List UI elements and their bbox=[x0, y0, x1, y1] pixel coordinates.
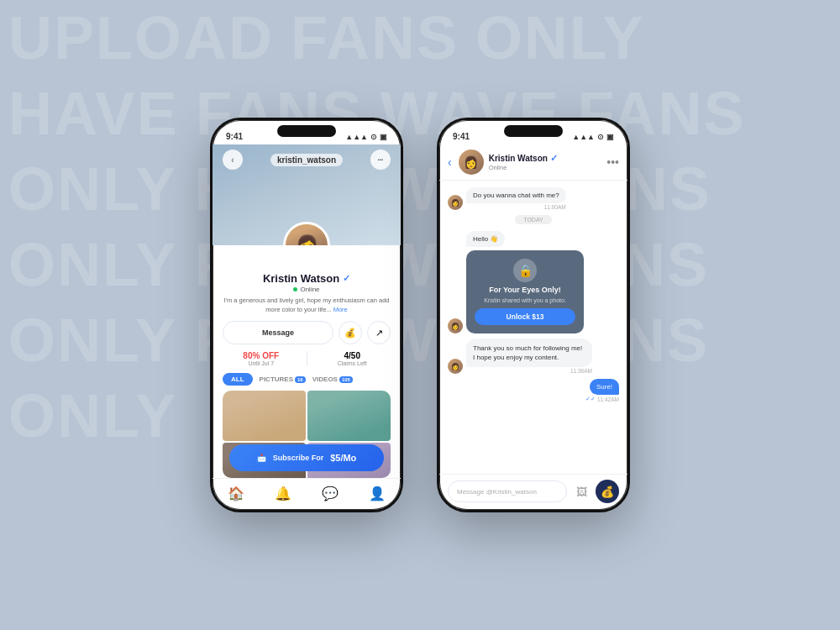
online-label: Online bbox=[300, 286, 319, 293]
chat-back-button[interactable]: ‹ bbox=[448, 155, 452, 169]
tip-icon: 💰 bbox=[344, 328, 356, 339]
bottom-nav-notifications[interactable]: 🔔 bbox=[275, 486, 291, 501]
phone1-frame: 9:41 ▲▲▲ ⊙ ▣ ‹ kristin_watson ••• 👩 bbox=[210, 118, 403, 512]
msg-group-3: Thank you so much for following me! I ho… bbox=[466, 339, 592, 374]
profile-action-row: Message 💰 ↗ bbox=[223, 321, 391, 344]
discount-sub: Until Jul 7 bbox=[223, 360, 300, 366]
phone1-cover: ‹ kristin_watson ••• 👩 bbox=[213, 144, 401, 245]
bottom-nav-messages[interactable]: 💬 bbox=[322, 486, 339, 501]
phone1-back-button[interactable]: ‹ bbox=[223, 150, 243, 170]
tab-all[interactable]: ALL bbox=[223, 373, 253, 386]
phone1-nav: ‹ kristin_watson ••• bbox=[213, 144, 401, 175]
profile-online-status: Online bbox=[293, 286, 319, 293]
chat-input-field[interactable]: Message @Kristin_watson bbox=[448, 480, 567, 502]
phone1-body: Kristin Watson ✓ Online I'm a generous a… bbox=[213, 272, 401, 478]
tab-pictures-badge: 16 bbox=[295, 376, 306, 383]
phone1-signal-icon: ▲▲▲ bbox=[345, 133, 368, 141]
share-button[interactable]: ↗ bbox=[367, 321, 391, 344]
msg-received-1: 👩 Do you wanna chat with me? 11:00AM bbox=[448, 187, 619, 210]
profile-name: Kristin Watson ✓ bbox=[263, 272, 350, 285]
discount-label: 80% OFF bbox=[223, 351, 300, 360]
phone2-signal-icon: ▲▲▲ bbox=[572, 133, 595, 141]
tab-pictures[interactable]: PICTURES 16 bbox=[260, 375, 306, 383]
subscribe-price: $5/Mo bbox=[330, 453, 356, 463]
phone1-wifi-icon: ⊙ bbox=[370, 133, 377, 141]
tab-videos-badge: 105 bbox=[339, 376, 353, 383]
media-cell-2[interactable] bbox=[307, 391, 391, 441]
image-attach-button[interactable]: 🖼 bbox=[572, 482, 591, 501]
msg-bubble-1: Do you wanna chat with me? bbox=[466, 187, 566, 203]
msg-time-3: 11:36AM bbox=[466, 368, 592, 374]
media-tabs-row: ALL PICTURES 16 VIDEOS 105 bbox=[223, 373, 391, 386]
phone2-battery-icon: ▣ bbox=[606, 133, 614, 141]
phone1-time: 9:41 bbox=[226, 132, 243, 141]
phone1-more-button[interactable]: ••• bbox=[370, 150, 391, 170]
share-icon: ↗ bbox=[375, 328, 383, 339]
promo-divider bbox=[307, 351, 307, 366]
msg-group-1: Do you wanna chat with me? 11:00AM bbox=[466, 187, 566, 210]
phone1-back-icon: ‹ bbox=[231, 155, 234, 165]
read-receipt-icon: ✓✓ bbox=[585, 396, 596, 402]
phone2-notch bbox=[504, 125, 563, 137]
bottom-nav-home[interactable]: 🏠 bbox=[228, 486, 244, 501]
tab-videos[interactable]: VIDEOS 105 bbox=[312, 375, 353, 383]
claims-label: 4/50 bbox=[314, 351, 391, 360]
bottom-nav-profile[interactable]: 👤 bbox=[369, 486, 386, 501]
phone1-battery-icon: ▣ bbox=[380, 133, 387, 141]
day-divider: TODAY bbox=[515, 215, 551, 224]
bio-more-link[interactable]: More bbox=[333, 306, 348, 313]
promo-claims-box: 4/50 Claims Left bbox=[314, 351, 391, 366]
msg-sent-bubble-1: Sure! bbox=[590, 379, 619, 395]
media-card-title: For Your Eyes Only! bbox=[489, 286, 561, 294]
chat-input-placeholder: Message @Kristin_watson bbox=[457, 488, 537, 496]
sent-status: ✓✓ 11:42AM bbox=[585, 396, 619, 402]
tip-button[interactable]: 💰 bbox=[339, 321, 362, 344]
chat-avatar: 👩 bbox=[459, 150, 484, 175]
msg-group-2: Hello 👋 🔒 For Your Eyes Only! Kristin sh… bbox=[466, 229, 584, 333]
subscribe-icon: 📩 bbox=[257, 454, 266, 462]
chat-user-name-text: Kristin Watson bbox=[489, 154, 548, 163]
phone2-time: 9:41 bbox=[453, 132, 470, 141]
chat-user-info: Kristin Watson ✓ Online bbox=[489, 153, 607, 171]
phone1-username: kristin_watson bbox=[270, 154, 343, 166]
chat-body: 👩 Do you wanna chat with me? 11:00AM TOD… bbox=[439, 181, 627, 474]
subscribe-label: Subscribe For bbox=[273, 454, 324, 462]
phone1-more-icon: ••• bbox=[378, 157, 383, 162]
phone1-avatar-image: 👩 bbox=[286, 224, 328, 245]
msg-sent-time-1: 11:42AM bbox=[597, 396, 619, 402]
profile-verified-badge: ✓ bbox=[343, 273, 350, 284]
message-button[interactable]: Message bbox=[223, 321, 333, 344]
phone1-profile: 9:41 ▲▲▲ ⊙ ▣ ‹ kristin_watson ••• 👩 bbox=[210, 118, 403, 512]
phone2-frame: 9:41 ▲▲▲ ⊙ ▣ ‹ 👩 Kristin Watson ✓ Online… bbox=[437, 118, 630, 512]
promo-row: 80% OFF Until Jul 7 4/50 Claims Left bbox=[223, 351, 391, 366]
chat-user-status: Online bbox=[489, 164, 607, 171]
subscribe-bar[interactable]: 📩 Subscribe For $5/Mo bbox=[229, 444, 384, 471]
profile-bio: I'm a generous and lively girl, hope my … bbox=[223, 297, 391, 314]
msg-text-1: Do you wanna chat with me? bbox=[473, 192, 559, 199]
send-icon: 💰 bbox=[601, 486, 614, 498]
profile-name-text: Kristin Watson bbox=[263, 272, 339, 285]
phone1-status-icons: ▲▲▲ ⊙ ▣ bbox=[345, 133, 387, 141]
msg-avatar-2: 👩 bbox=[448, 318, 463, 333]
bio-content: I'm a generous and lively girl, hope my … bbox=[224, 297, 390, 313]
msg-received-3: 👩 Thank you so much for following me! I … bbox=[448, 339, 619, 374]
msg-time-1: 11:00AM bbox=[466, 204, 566, 210]
lock-icon: 🔒 bbox=[513, 259, 537, 282]
tab-pictures-label: PICTURES bbox=[260, 375, 293, 383]
phone2-status-icons: ▲▲▲ ⊙ ▣ bbox=[572, 133, 614, 141]
msg-avatar-1: 👩 bbox=[448, 195, 463, 210]
online-indicator bbox=[293, 287, 297, 291]
claims-sub: Claims Left bbox=[314, 360, 391, 366]
phone2-wifi-icon: ⊙ bbox=[597, 133, 604, 141]
send-button[interactable]: 💰 bbox=[596, 480, 619, 503]
msg-received-2: 👩 Hello 👋 🔒 For Your Eyes Only! Kristin … bbox=[448, 229, 619, 333]
phone1-notch bbox=[277, 125, 336, 137]
phone2-chat: 9:41 ▲▲▲ ⊙ ▣ ‹ 👩 Kristin Watson ✓ Online… bbox=[437, 118, 630, 512]
media-card: 🔒 For Your Eyes Only! Kristin shared wit… bbox=[466, 250, 584, 333]
msg-bubble-3: Thank you so much for following me! I ho… bbox=[466, 339, 592, 367]
msg-sent-1: Sure! ✓✓ 11:42AM bbox=[448, 379, 619, 402]
media-cell-1[interactable] bbox=[223, 391, 306, 441]
promo-discount-box: 80% OFF Until Jul 7 bbox=[223, 351, 300, 366]
unlock-button[interactable]: Unlock $13 bbox=[475, 308, 575, 325]
chat-more-button[interactable]: ••• bbox=[606, 155, 619, 169]
